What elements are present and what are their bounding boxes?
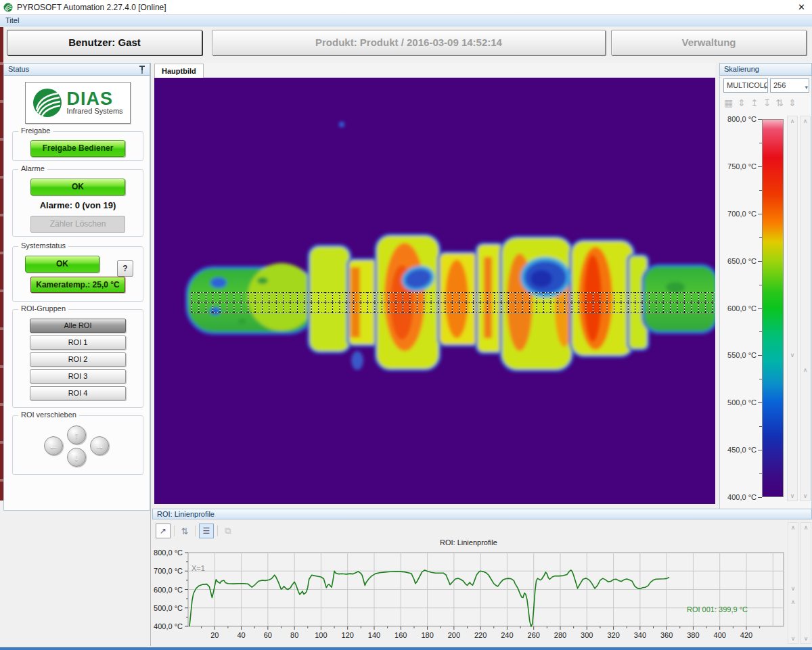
chart-scrollbar-1[interactable]: ∧ ∨ ∧ ∨ [788, 522, 798, 644]
tab-hauptbild[interactable]: Hauptbild [154, 64, 204, 78]
scale-tick-mark [758, 402, 762, 403]
window-titlebar: PYROSOFT Automation 2.27.4.0 [Online] ✕ [0, 0, 812, 15]
scale-tick-label: 800,0 °C [721, 115, 757, 123]
chart-annotation: X=1 [191, 564, 205, 572]
lower-max-icon[interactable]: ↧ [763, 97, 771, 111]
up-icon[interactable]: ∧ [788, 599, 798, 605]
chart-toolbar: ↗ ⇅ ☰ ⧉ [156, 523, 235, 539]
freigabe-bediener-button[interactable]: Freigabe Bediener [30, 140, 125, 157]
y-tick-label: 400,0 °C [154, 622, 183, 630]
export-button[interactable]: ↗ [156, 524, 171, 538]
chart-scrollbar-2[interactable]: ∧ ∨ [800, 522, 811, 644]
x-tick-label: 280 [554, 631, 566, 639]
palette-settings-icon[interactable]: ▦ [724, 97, 733, 111]
roi-linienprofile-panel: ROI: Linienprofile ↗ ⇅ ☰ ⧉ ROI: Linienpr… [152, 509, 812, 646]
scale-minor-tick [759, 237, 762, 238]
scale-toolbar: ▦⇕↥↧⇅⇕ [724, 97, 809, 111]
roi-line-band[interactable] [191, 292, 715, 313]
status-panel: Status DIAS Infrared Systems Freigabe Fr… [3, 63, 150, 511]
thermal-image-canvas [154, 78, 715, 504]
user-button[interactable]: Benutzer: Gast [7, 30, 202, 55]
main-tabbar: Hauptbild [154, 63, 715, 78]
panel-divider [150, 63, 151, 646]
x-tick-label: 200 [448, 631, 460, 639]
list-icon: ☰ [203, 526, 210, 536]
system-ok-button[interactable]: OK [25, 256, 99, 273]
camera-temp-button[interactable]: Kameratemp.: 25,0 °C [30, 277, 125, 293]
arrow-right-icon: → [95, 440, 104, 451]
expand-scale-icon[interactable]: ⇕ [738, 97, 746, 111]
help-button[interactable]: ? [117, 260, 133, 277]
autoscale-icon[interactable]: ⇅ [775, 97, 784, 111]
levels-select-value: 256 [773, 81, 786, 89]
roi-verschieben-label: ROI verschieben [18, 411, 79, 419]
y-tick-label: 800,0 °C [154, 549, 183, 557]
scale-tick-label: 650,0 °C [721, 257, 757, 265]
scale-min-scrollbar[interactable]: ∧ ∧ ∨ [800, 116, 811, 501]
roi-group-button[interactable]: Alle ROI [30, 319, 126, 333]
roi-verschieben-group: ROI verschieben ↑ ← → ↓ [12, 415, 143, 475]
up-icon[interactable]: ∧ [788, 524, 798, 531]
down-icon[interactable]: ∨ [788, 492, 797, 499]
scale-tick-label: 450,0 °C [721, 446, 757, 454]
shrink-scale-icon[interactable]: ⇕ [788, 97, 796, 111]
status-panel-header: Status [3, 63, 150, 76]
color-scale-bar [762, 119, 784, 497]
scale-minor-tick [759, 331, 762, 332]
scale-tick-mark [758, 355, 762, 356]
scale-minor-tick [759, 285, 762, 285]
scale-max-scrollbar[interactable]: ∧ ∨ ∨ [787, 116, 798, 501]
skalierung-title: Skalierung [724, 65, 759, 73]
alarm-count-text: Alarme: 0 (von 19) [13, 200, 143, 210]
down-icon[interactable]: ∨ [800, 492, 810, 499]
product-button[interactable]: Produkt: Produkt / 2016-03-09 14:52:14 [212, 30, 606, 55]
chevron-down-icon: ▾ [763, 81, 767, 93]
scale-tick-mark [758, 308, 762, 309]
down-icon[interactable]: ∨ [788, 352, 797, 358]
up-icon[interactable]: ∧ [801, 524, 811, 531]
up-icon[interactable]: ∧ [788, 118, 797, 124]
up-icon[interactable]: ∧ [800, 118, 810, 124]
titel-bar: Titel [0, 15, 812, 26]
x-tick-label: 40 [237, 631, 245, 639]
pin-icon[interactable] [139, 66, 145, 74]
roi-group-button[interactable]: ROI 4 [30, 386, 126, 400]
up-icon[interactable]: ∧ [800, 367, 810, 373]
down-icon[interactable]: ∨ [801, 635, 811, 642]
roi-button-list: Alle ROIROI 1ROI 2ROI 3ROI 4 [13, 310, 143, 400]
close-icon[interactable]: ✕ [798, 2, 805, 12]
dias-logo-subtitle: Infrared Systems [66, 107, 122, 115]
x-tick-label: 420 [740, 631, 752, 639]
line-profile-chart: 2040608010012014016018020022024026028030… [152, 547, 792, 646]
move-down-button[interactable]: ↓ [67, 448, 86, 467]
toolbar-separator [174, 526, 175, 536]
scale-tick-mark [758, 261, 762, 262]
admin-button[interactable]: Verwaltung [611, 30, 807, 55]
scale-tick-mark [758, 214, 762, 214]
raise-max-icon[interactable]: ↥ [750, 97, 759, 111]
down-icon[interactable]: ∨ [788, 635, 798, 642]
sort-icon[interactable]: ⇅ [178, 526, 191, 536]
scale-tick-mark [758, 497, 762, 498]
move-right-button[interactable]: → [90, 436, 109, 455]
counter-clear-button[interactable]: Zähler Löschen [30, 216, 125, 233]
roi-panel-title: ROI: Linienprofile [157, 510, 215, 518]
scale-minor-tick [759, 143, 762, 143]
scale-minor-tick [759, 473, 762, 474]
move-up-button[interactable]: ↑ [67, 425, 86, 444]
alarm-ok-button[interactable]: OK [30, 179, 125, 195]
copy-icon[interactable]: ⧉ [221, 526, 235, 536]
list-view-button[interactable]: ☰ [199, 524, 214, 538]
x-tick-label: 80 [290, 631, 298, 639]
levels-select[interactable]: 256 ▾ [770, 78, 809, 93]
scale-tick-mark [758, 450, 762, 450]
roi-group-button[interactable]: ROI 3 [30, 369, 126, 384]
move-left-button[interactable]: ← [44, 436, 63, 455]
palette-select[interactable]: MULTICOLOR ▾ [723, 78, 768, 93]
pyrosoft-window: PYROSOFT Automation 2.27.4.0 [Online] ✕ … [0, 0, 812, 650]
down-icon[interactable]: ∨ [788, 585, 798, 592]
x-tick-label: 140 [368, 631, 380, 639]
roi-group-button[interactable]: ROI 2 [30, 352, 126, 367]
freigabe-group: Freigabe Freigabe Bediener [12, 131, 143, 161]
roi-group-button[interactable]: ROI 1 [30, 335, 126, 350]
